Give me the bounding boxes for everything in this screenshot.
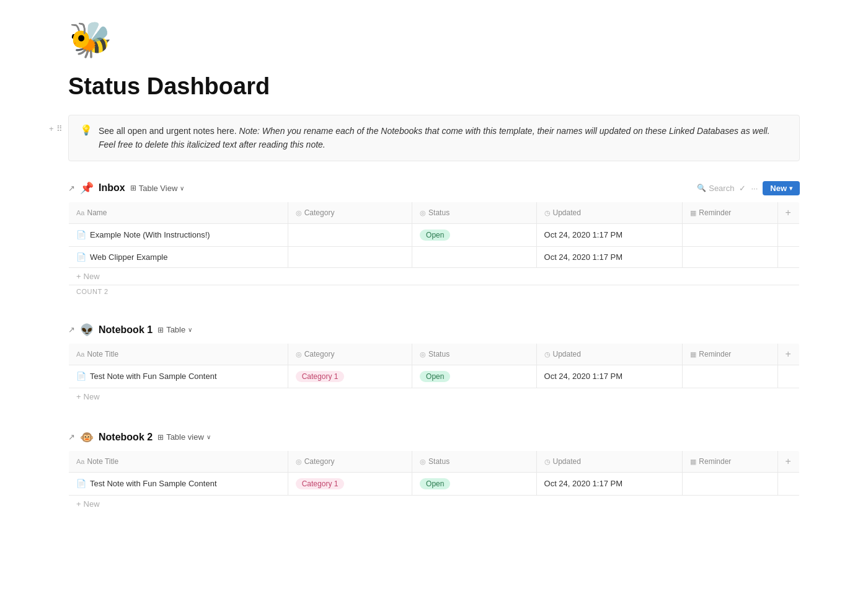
view-label: Table <box>166 325 185 334</box>
column-header-status[interactable]: ◎ Status <box>412 343 536 365</box>
count-value: 2 <box>104 288 108 295</box>
col-type-icon: ◎ <box>420 458 426 466</box>
more-options-icon[interactable]: ··· <box>751 184 758 193</box>
count-row: COUNT 2 <box>69 285 800 298</box>
drag-handle[interactable]: + ⠿ <box>49 124 63 133</box>
section-title: Notebook 1 <box>99 324 153 336</box>
column-header-updated[interactable]: ◷ Updated <box>536 202 683 223</box>
category-badge: Category 1 <box>296 371 345 382</box>
cell-name[interactable]: 📄Web Clipper Example <box>69 246 288 267</box>
table-row: 📄Web Clipper Example Oct 24, 2020 1:17 P… <box>69 246 800 267</box>
table-view-icon: ⊞ <box>130 184 136 192</box>
cell-updated[interactable]: Oct 24, 2020 1:17 PM <box>536 246 683 267</box>
cell-status[interactable]: Open <box>412 223 536 246</box>
cell-status[interactable] <box>412 246 536 267</box>
cell-name[interactable]: 📄Test Note with Fun Sample Content <box>69 365 288 388</box>
new-row-button[interactable]: + New <box>69 388 799 405</box>
col-type-icon: ◎ <box>296 458 302 466</box>
cell-category[interactable]: Category 1 <box>288 365 412 388</box>
cell-reminder[interactable] <box>683 223 777 246</box>
add-column-button[interactable]: + <box>777 202 799 223</box>
table-row: 📄Test Note with Fun Sample Content Categ… <box>69 472 800 495</box>
cell-category[interactable] <box>288 246 412 267</box>
col-type-icon: ◎ <box>296 350 302 359</box>
plus-icon: + <box>76 272 81 281</box>
count-display: COUNT 2 <box>69 285 799 298</box>
col-label: Note Title <box>87 350 118 359</box>
cell-reminder[interactable] <box>683 472 777 495</box>
new-row: + New <box>69 267 800 285</box>
new-label: New <box>84 499 100 509</box>
section-header: ↗ 👽 Notebook 1 ⊞ Table ∨ <box>68 323 800 337</box>
view-label: Table View <box>139 184 178 193</box>
cell-status[interactable]: Open <box>412 365 536 388</box>
plus-icon: + <box>49 124 54 133</box>
chevron-down-icon: ∨ <box>206 434 211 440</box>
search-area: 🔍 Search <box>697 184 734 193</box>
cell-reminder[interactable] <box>683 246 777 267</box>
external-link-icon[interactable]: ↗ <box>68 325 75 334</box>
column-header-name[interactable]: Aa Name <box>69 202 288 223</box>
bee-logo: 🐝 <box>68 22 113 57</box>
count-label: COUNT <box>76 288 102 295</box>
col-label: Updated <box>553 457 581 466</box>
add-column-button[interactable]: + <box>777 450 799 472</box>
cell-category[interactable] <box>288 223 412 246</box>
plus-icon: + <box>76 392 81 401</box>
column-header-reminder[interactable]: ▦ Reminder <box>683 343 777 365</box>
add-column-button[interactable]: + <box>777 343 799 365</box>
table-header-row: Aa Note Title ◎ Category <box>69 343 800 365</box>
column-header-note-title[interactable]: Aa Note Title <box>69 343 288 365</box>
cell-updated[interactable]: Oct 24, 2020 1:17 PM <box>536 472 683 495</box>
table-container: Aa Name ◎ Category <box>68 202 800 298</box>
column-header-reminder[interactable]: ▦ Reminder <box>683 202 777 223</box>
column-header-status[interactable]: ◎ Status <box>412 202 536 223</box>
column-header-category[interactable]: ◎ Category <box>288 202 412 223</box>
column-header-updated[interactable]: ◷ Updated <box>536 450 683 472</box>
cell-name[interactable]: 📄Example Note (With Instructions!) <box>69 223 288 246</box>
external-link-icon[interactable]: ↗ <box>68 432 75 442</box>
col-label: Category <box>304 350 335 359</box>
section-view-toggle[interactable]: ⊞ Table ∨ <box>157 325 192 334</box>
column-header-category[interactable]: ◎ Category <box>288 343 412 365</box>
chevron-down-icon: ▾ <box>789 185 792 192</box>
section-view-toggle[interactable]: ⊞ Table View ∨ <box>130 184 185 193</box>
grid-icon: ⠿ <box>56 124 63 133</box>
section-emoji: 👽 <box>80 323 94 337</box>
cell-updated[interactable]: Oct 24, 2020 1:17 PM <box>536 365 683 388</box>
col-type-icon: ◎ <box>296 209 302 217</box>
section-actions: 🔍 Search ✓ ··· New ▾ <box>697 181 800 195</box>
cell-status[interactable]: Open <box>412 472 536 495</box>
section-title: Inbox <box>99 182 125 194</box>
col-type-icon: ◷ <box>544 458 551 466</box>
col-label: Name <box>87 208 107 217</box>
table-header-row: Aa Name ◎ Category <box>69 202 800 223</box>
cell-name[interactable]: 📄Test Note with Fun Sample Content <box>69 472 288 495</box>
section-view-toggle[interactable]: ⊞ Table view ∨ <box>157 432 211 442</box>
col-label: Updated <box>553 208 581 217</box>
new-row-button[interactable]: + New <box>69 268 799 285</box>
column-header-note-title[interactable]: Aa Note Title <box>69 450 288 472</box>
new-button[interactable]: New ▾ <box>763 181 800 195</box>
cell-category[interactable]: Category 1 <box>288 472 412 495</box>
table-row: 📄Example Note (With Instructions!) Open … <box>69 223 800 246</box>
cell-updated[interactable]: Oct 24, 2020 1:17 PM <box>536 223 683 246</box>
filter-icon[interactable]: ✓ <box>739 184 746 193</box>
document-icon: 📄 <box>76 372 86 381</box>
external-link-icon[interactable]: ↗ <box>68 184 75 193</box>
status-badge: Open <box>420 478 450 489</box>
cell-add <box>777 223 799 246</box>
column-header-category[interactable]: ◎ Category <box>288 450 412 472</box>
col-type-icon: ◎ <box>420 209 426 217</box>
cell-reminder[interactable] <box>683 365 777 388</box>
col-label: Note Title <box>87 457 118 466</box>
col-label: Reminder <box>699 350 731 359</box>
column-header-reminder[interactable]: ▦ Reminder <box>683 450 777 472</box>
col-type-icon: Aa <box>76 209 84 216</box>
search-icon: 🔍 <box>697 184 706 192</box>
new-row-button[interactable]: + New <box>69 496 799 512</box>
column-header-updated[interactable]: ◷ Updated <box>536 343 683 365</box>
table-view-icon: ⊞ <box>157 433 164 442</box>
col-label: Status <box>428 350 450 359</box>
column-header-status[interactable]: ◎ Status <box>412 450 536 472</box>
